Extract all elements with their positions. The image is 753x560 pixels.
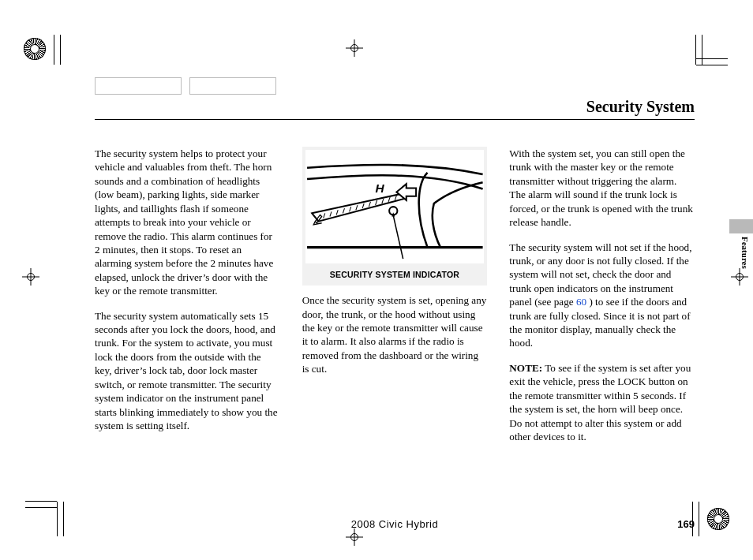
body-paragraph: With the system set, you can still open …	[509, 147, 695, 230]
crop-mark	[57, 502, 58, 536]
crop-mark	[63, 502, 64, 536]
text-run: Do not attempt to alter this system or a…	[509, 417, 681, 442]
registration-sunburst-top-left	[24, 38, 46, 60]
gauge-h-label: H	[375, 181, 384, 195]
crop-mark	[699, 502, 699, 536]
placeholder-box	[95, 77, 182, 95]
crop-mark	[25, 507, 57, 508]
crop-mark	[54, 35, 54, 65]
page-reference-link[interactable]: 60	[576, 296, 586, 308]
footer-page-number: 169	[677, 518, 695, 530]
crop-mark	[696, 65, 728, 65]
header-placeholder-boxes	[95, 77, 276, 95]
body-columns: The security system helps to protect you…	[95, 147, 695, 454]
header-row: Security System	[95, 98, 695, 116]
content-area: Security System The security system help…	[95, 98, 695, 510]
instrument-panel-diagram: H	[305, 150, 485, 263]
body-paragraph: The security system helps to protect you…	[95, 147, 280, 298]
crop-mark	[60, 35, 61, 65]
diagram-caption: SECURITY SYSTEM INDICATOR	[305, 263, 485, 286]
crop-mark	[702, 35, 702, 65]
footer: 2008 Civic Hybrid 169	[95, 518, 695, 530]
crop-mark	[25, 501, 57, 502]
crop-mark	[695, 35, 696, 65]
registration-sunburst-bottom-right	[707, 508, 729, 530]
crop-mark	[696, 58, 728, 59]
section-tab-label: Features	[734, 237, 750, 269]
diagram-frame: H SECURITY SYSTEM INDICATOR	[302, 147, 488, 286]
body-paragraph: Once the security system is set, opening…	[302, 293, 488, 376]
column-middle: H SECURITY SYSTEM INDICATOR	[302, 147, 488, 454]
body-paragraph: The security system automatically sets 1…	[95, 309, 280, 433]
column-left: The security system helps to protect you…	[95, 147, 280, 454]
placeholder-box	[189, 77, 276, 95]
footer-model: 2008 Civic Hybrid	[351, 518, 438, 530]
note-label: NOTE:	[509, 362, 542, 374]
page: Features Security System The security sy…	[0, 0, 753, 560]
body-paragraph: NOTE: To see if the system is set after …	[509, 361, 695, 444]
header-rule	[95, 119, 695, 120]
column-right: With the system set, you can still open …	[509, 147, 695, 454]
body-paragraph: The security system will not set if the …	[509, 241, 695, 350]
section-tab-marker	[729, 219, 753, 233]
page-title: Security System	[586, 98, 695, 116]
